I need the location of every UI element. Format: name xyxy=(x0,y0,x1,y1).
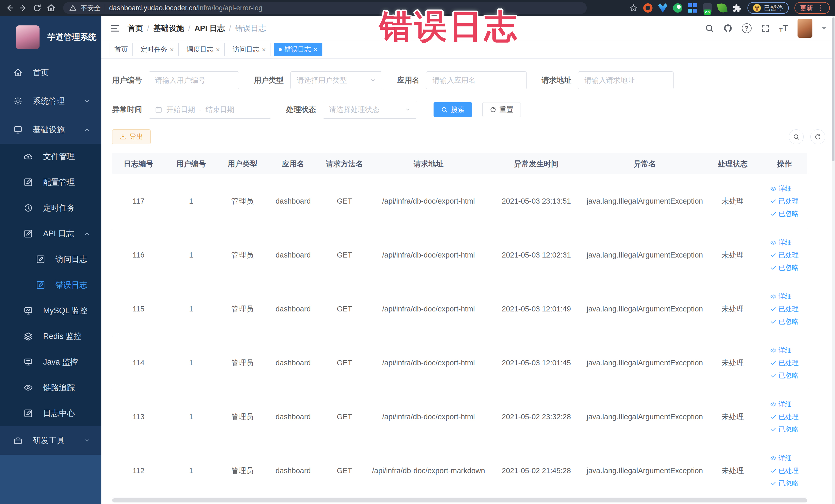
sidebar-item-java-monitor[interactable]: Java 监控 xyxy=(0,349,101,375)
error-log-table: 日志编号 用户编号 用户类型 应用名 请求方法名 请求地址 异常发生时间 异常名… xyxy=(112,154,807,498)
user-id-input[interactable]: 请输入用户编号 xyxy=(149,72,239,89)
sidebar-item-file-mgmt[interactable]: 文件管理 xyxy=(0,144,101,169)
mark-ignored-link[interactable]: 已忽略 xyxy=(770,479,798,488)
extension-icon-leaf[interactable] xyxy=(717,3,728,13)
tab-home[interactable]: 首页 xyxy=(109,43,133,56)
refresh-table-button[interactable] xyxy=(810,129,825,144)
breadcrumb-api-logs[interactable]: API 日志 xyxy=(195,23,225,34)
sidebar-item-system-mgmt[interactable]: 系统管理 xyxy=(0,87,101,115)
user-avatar[interactable] xyxy=(797,19,812,38)
user-menu-caret-icon[interactable] xyxy=(822,27,826,30)
mark-processed-link[interactable]: 已处理 xyxy=(770,358,798,367)
sidebar-item-infrastructure[interactable]: 基础设施 xyxy=(0,115,101,144)
start-date-placeholder[interactable]: 开始日期 xyxy=(166,105,195,115)
detail-link[interactable]: 详细 xyxy=(770,400,792,409)
extension-icon-grid[interactable] xyxy=(688,3,697,13)
breadcrumb-infrastructure[interactable]: 基础设施 xyxy=(153,23,184,34)
app-name-input[interactable]: 请输入应用名 xyxy=(426,72,527,89)
sidebar-item-tracing[interactable]: 链路追踪 xyxy=(0,375,101,401)
breadcrumb-home[interactable]: 首页 xyxy=(127,23,143,34)
extension-icon-orange[interactable] xyxy=(643,3,652,13)
sidebar-item-home[interactable]: 首页 xyxy=(0,58,101,87)
extension-icon-switch[interactable]: on xyxy=(703,3,712,13)
sidebar-item-mysql-monitor[interactable]: MySQL 监控 xyxy=(0,298,101,323)
mark-ignored-link[interactable]: 已忽略 xyxy=(770,371,798,380)
close-icon[interactable]: × xyxy=(262,46,266,53)
tab-schedule-log[interactable]: 调度日志 × xyxy=(182,43,225,56)
forward-icon[interactable] xyxy=(19,4,28,12)
log-document-icon xyxy=(24,409,33,418)
sidebar-item-error-log[interactable]: 错误日志 xyxy=(0,272,101,298)
refresh-icon xyxy=(814,134,821,140)
extension-icon-green[interactable] xyxy=(673,3,682,13)
sidebar-item-api-logs[interactable]: API 日志 xyxy=(0,221,101,246)
font-size-icon[interactable]: TT xyxy=(779,24,788,33)
browser-update-button[interactable]: 更新 ⋮ xyxy=(794,2,830,14)
page-url[interactable]: dashboard.yudao.iocoder.cn/infra/log/api… xyxy=(109,4,262,12)
horizontal-scrollbar[interactable] xyxy=(112,498,807,502)
sidebar-item-label: 基础设施 xyxy=(33,124,65,135)
github-icon[interactable] xyxy=(724,24,733,33)
check-icon xyxy=(770,372,776,379)
mark-processed-link[interactable]: 已处理 xyxy=(770,412,798,421)
back-icon[interactable] xyxy=(5,4,14,12)
extensions-puzzle-icon[interactable] xyxy=(733,3,742,13)
sidebar-item-scheduled-jobs[interactable]: 定时任务 xyxy=(0,195,101,221)
reset-button[interactable]: 重置 xyxy=(482,102,521,117)
detail-link[interactable]: 详细 xyxy=(770,184,792,193)
mark-ignored-link[interactable]: 已忽略 xyxy=(770,317,798,326)
exception-time-range-picker[interactable]: 开始日期 - 结束日期 xyxy=(149,101,271,119)
mark-ignored-link[interactable]: 已忽略 xyxy=(770,209,798,218)
fullscreen-icon[interactable] xyxy=(761,24,770,33)
table-row: 115 1 管理员 dashboard GET /api/infra/db-do… xyxy=(112,282,807,336)
close-icon[interactable]: × xyxy=(170,46,174,53)
mark-processed-link[interactable]: 已处理 xyxy=(770,197,798,206)
browser-home-icon[interactable] xyxy=(47,4,56,12)
search-button[interactable]: 搜索 xyxy=(433,102,472,117)
app-logo-row[interactable]: 芋道管理系统 xyxy=(0,16,101,58)
tab-access-log[interactable]: 访问日志 × xyxy=(228,43,270,56)
user-type-select[interactable]: 请选择用户类型 xyxy=(290,72,382,89)
app-name-label: 应用名 xyxy=(397,75,420,85)
sidebar-item-dev-tools[interactable]: 研发工具 xyxy=(0,426,101,455)
end-date-placeholder[interactable]: 结束日期 xyxy=(206,105,235,115)
detail-link[interactable]: 详细 xyxy=(770,292,792,301)
check-icon xyxy=(770,306,776,312)
browser-menu-icon[interactable]: ⋮ xyxy=(817,4,824,12)
export-button[interactable]: 导出 xyxy=(112,129,151,144)
detail-link[interactable]: 详细 xyxy=(770,454,792,463)
detail-link[interactable]: 详细 xyxy=(770,238,792,247)
toggle-search-button[interactable] xyxy=(789,129,804,144)
close-icon[interactable]: × xyxy=(216,46,220,53)
profile-paused-badge[interactable]: 已暂停 xyxy=(748,2,789,14)
sidebar-item-access-log[interactable]: 访问日志 xyxy=(0,246,101,272)
mark-ignored-link[interactable]: 已忽略 xyxy=(770,425,798,434)
mark-ignored-link[interactable]: 已忽略 xyxy=(770,263,798,272)
close-icon[interactable]: × xyxy=(314,46,318,53)
sidebar-item-label: Java 监控 xyxy=(43,357,78,367)
tab-error-log[interactable]: 错误日志 × xyxy=(274,43,322,56)
sidebar-item-redis-monitor[interactable]: Redis 监控 xyxy=(0,323,101,349)
extension-icon-blue[interactable] xyxy=(658,3,667,13)
table-row: 114 1 管理员 dashboard GET /api/infra/db-do… xyxy=(112,336,807,390)
check-icon xyxy=(770,265,776,271)
database-icon xyxy=(24,306,33,315)
mark-processed-link[interactable]: 已处理 xyxy=(770,250,798,260)
sidebar-item-config-mgmt[interactable]: 配置管理 xyxy=(0,169,101,195)
detail-link[interactable]: 详细 xyxy=(770,346,792,355)
search-icon[interactable] xyxy=(705,24,714,33)
sidebar-collapse-icon[interactable] xyxy=(110,23,120,33)
mark-processed-link[interactable]: 已处理 xyxy=(770,466,798,475)
tab-scheduled-jobs[interactable]: 定时任务 × xyxy=(136,43,179,56)
sidebar-item-log-center[interactable]: 日志中心 xyxy=(0,401,101,426)
reload-icon[interactable] xyxy=(33,4,42,12)
help-icon[interactable]: ? xyxy=(742,23,752,33)
check-icon xyxy=(770,426,776,432)
process-status-select[interactable]: 请选择处理状态 xyxy=(323,101,417,119)
request-url-input[interactable]: 请输入请求地址 xyxy=(578,72,674,89)
sidebar-item-label: API 日志 xyxy=(43,228,74,239)
bookmark-star-icon[interactable] xyxy=(629,4,638,12)
security-label[interactable]: 不安全 xyxy=(81,4,101,13)
page-scrollbar[interactable] xyxy=(832,16,835,504)
mark-processed-link[interactable]: 已处理 xyxy=(770,304,798,314)
